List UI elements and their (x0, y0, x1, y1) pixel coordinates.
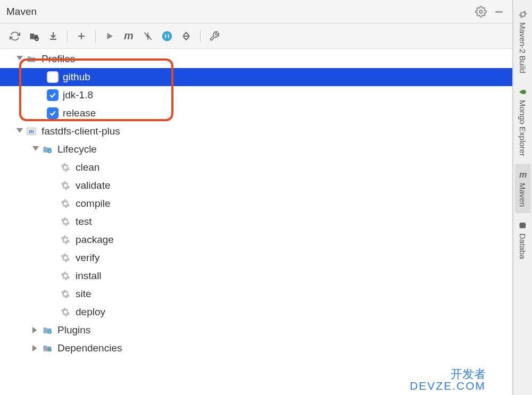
svg-rect-16 (46, 348, 48, 351)
gear-icon (518, 10, 528, 19)
watermark-line1: 开发者 (410, 368, 486, 380)
lifecycle-goal[interactable]: site (0, 285, 512, 303)
tree-label: github (63, 71, 90, 83)
tree-node-profiles[interactable]: Profiles (0, 50, 512, 68)
profile-item-jdk[interactable]: jdk-1.8 (0, 86, 512, 104)
lifecycle-goal[interactable]: deploy (0, 303, 512, 321)
refresh-button[interactable] (6, 28, 23, 45)
toggle-offline-button[interactable] (139, 28, 156, 45)
wrench-button[interactable] (206, 28, 223, 45)
side-tab-maven2build[interactable]: Maven-2 Build (515, 3, 531, 80)
folder-gear-icon (41, 324, 53, 336)
chevron-down-icon[interactable] (15, 54, 24, 64)
lifecycle-goal[interactable]: package (0, 231, 512, 249)
svg-point-4 (162, 31, 172, 40)
tree-label: jdk-1.8 (63, 89, 93, 101)
gear-icon (60, 306, 71, 318)
side-tab-label: Mongo Explorer (518, 100, 527, 156)
lifecycle-goal[interactable]: install (0, 267, 512, 285)
profile-item-github[interactable]: github (0, 68, 512, 86)
settings-icon[interactable] (474, 5, 488, 19)
generate-sources-button[interactable] (26, 28, 43, 45)
tree-label: deploy (76, 306, 105, 318)
side-tab-database[interactable]: Databa (515, 214, 531, 265)
tree-label: Profiles (41, 53, 75, 65)
svg-marker-3 (107, 33, 113, 39)
checkbox-checked[interactable] (47, 89, 59, 101)
tree-label: package (76, 234, 114, 246)
download-sources-button[interactable] (45, 28, 62, 45)
side-tab-mongo[interactable]: Mongo Explorer (515, 81, 531, 163)
tree-node-lifecycle[interactable]: Lifecycle (0, 140, 512, 158)
tree-label: release (63, 107, 96, 119)
folder-profiles-icon (26, 53, 37, 65)
svg-marker-6 (16, 128, 23, 132)
panel-title: Maven (6, 6, 470, 18)
tree-label: compile (76, 198, 110, 209)
chevron-right-icon[interactable] (31, 325, 40, 335)
checkbox-unchecked[interactable] (47, 71, 59, 83)
separator (67, 30, 68, 43)
tree-node-dependencies[interactable]: Dependencies (0, 339, 512, 357)
separator (95, 30, 96, 43)
tree-node-plugins[interactable]: Plugins (0, 321, 512, 339)
maven-goal-button[interactable]: m (120, 28, 137, 45)
tree-label: Lifecycle (57, 144, 97, 155)
separator (200, 30, 201, 43)
chevron-down-icon[interactable] (31, 145, 40, 154)
watermark: 开发者 DevZe.CoM (410, 368, 486, 392)
tree-label: verify (76, 252, 99, 264)
maven-panel: Maven m Profiles github (0, 0, 513, 395)
side-tab-maven[interactable]: m Maven (515, 164, 531, 213)
svg-rect-1 (495, 11, 502, 13)
checkbox-checked[interactable] (47, 107, 59, 119)
minimize-icon[interactable] (492, 5, 506, 19)
side-tab-label: Databa (518, 233, 527, 259)
leaf-icon (518, 87, 528, 97)
svg-point-11 (49, 150, 51, 152)
chevron-right-icon[interactable] (31, 343, 40, 353)
gear-icon (60, 180, 71, 191)
chevron-down-icon[interactable] (15, 127, 24, 136)
right-sidebar: Maven-2 Build Mongo Explorer m Maven Dat… (513, 0, 532, 395)
gear-icon (60, 162, 71, 173)
tree-label: validate (76, 180, 111, 191)
tree-node-project[interactable]: m fastdfs-client-plus (0, 122, 512, 140)
tree-label: site (76, 288, 92, 300)
lifecycle-goal[interactable]: compile (0, 195, 512, 213)
tree-label: Dependencies (57, 342, 122, 354)
gear-icon (60, 288, 71, 300)
svg-point-14 (49, 331, 51, 333)
tree-label: clean (76, 162, 99, 173)
side-tab-label: Maven (518, 183, 527, 207)
svg-rect-18 (50, 349, 52, 351)
lifecycle-goal[interactable]: verify (0, 249, 512, 267)
toggle-skip-tests-button[interactable] (159, 28, 176, 45)
svg-text:m: m (29, 128, 34, 135)
project-tree[interactable]: Profiles github jdk-1.8 release m fastdf… (0, 49, 512, 395)
run-button[interactable] (101, 28, 118, 45)
lifecycle-goal[interactable]: test (0, 213, 512, 231)
folder-gear-icon (41, 144, 53, 155)
tree-label: Plugins (57, 324, 90, 336)
side-tab-label: Maven-2 Build (518, 22, 527, 73)
svg-rect-17 (48, 347, 50, 351)
gear-icon (60, 252, 71, 264)
gear-icon (60, 216, 71, 228)
add-project-button[interactable] (73, 28, 90, 45)
svg-marker-12 (32, 327, 37, 333)
tree-label: install (76, 270, 102, 282)
toolbar: m (0, 23, 512, 49)
maven-module-icon: m (26, 125, 37, 137)
gear-icon (60, 270, 71, 282)
lifecycle-goal[interactable]: validate (0, 177, 512, 195)
folder-lib-icon (41, 342, 53, 354)
gear-icon (60, 198, 71, 209)
svg-point-0 (479, 10, 483, 13)
svg-marker-5 (16, 56, 23, 60)
tree-label: fastdfs-client-plus (41, 125, 120, 137)
collapse-all-button[interactable] (178, 28, 195, 45)
profile-item-release[interactable]: release (0, 104, 512, 122)
panel-header: Maven (0, 0, 512, 23)
lifecycle-goal[interactable]: clean (0, 158, 512, 177)
